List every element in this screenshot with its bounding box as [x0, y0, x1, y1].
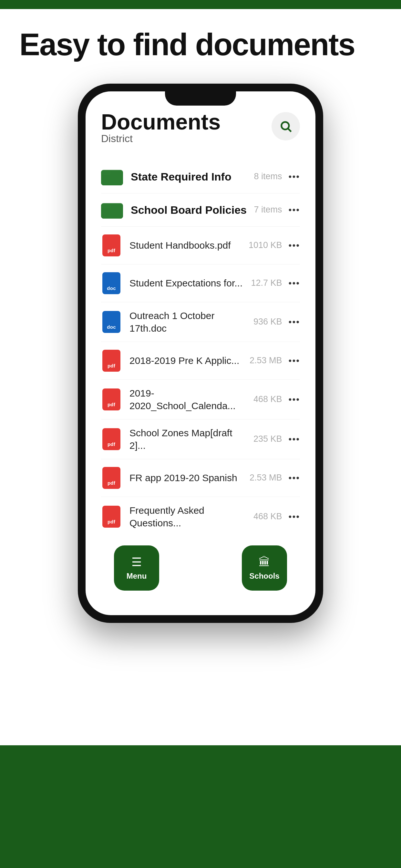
- page-wrapper: Easy to find documents Documents Distric…: [0, 0, 401, 868]
- file-icon: pdf: [101, 428, 122, 451]
- phone-frame: Documents District: [78, 84, 323, 623]
- file-size: 1010 KB: [249, 240, 282, 250]
- title-group: Documents District: [101, 111, 220, 158]
- page-title: Documents: [101, 111, 220, 133]
- file-size: 12.7 KB: [251, 278, 282, 288]
- content-area: Documents District: [0, 74, 401, 868]
- file-icon: pdf: [101, 349, 122, 372]
- list-item[interactable]: doc Outreach 1 October 17th.doc 936 KB •…: [101, 302, 300, 342]
- green-background: [0, 745, 401, 868]
- more-options-button[interactable]: •••: [289, 355, 300, 366]
- svg-line-1: [288, 128, 291, 131]
- folder-icon: [101, 200, 123, 219]
- file-size: 468 KB: [253, 394, 282, 404]
- file-icon: pdf: [101, 505, 122, 528]
- search-icon: [279, 120, 292, 133]
- document-list: State Required Info 8 items ••• School B…: [101, 160, 300, 536]
- file-size: 468 KB: [253, 512, 282, 522]
- phone-notch: [165, 91, 236, 105]
- more-options-button[interactable]: •••: [289, 512, 300, 522]
- file-name: Outreach 1 October 17th.doc: [129, 309, 248, 335]
- documents-header: Documents District: [101, 111, 300, 158]
- phone-screen: Documents District: [86, 91, 315, 615]
- file-icon: pdf: [101, 234, 122, 257]
- folder-name: School Board Policies: [131, 203, 249, 217]
- list-item[interactable]: School Board Policies 7 items •••: [101, 193, 300, 227]
- more-options-button[interactable]: •••: [289, 278, 300, 288]
- file-name: School Zones Map[draft 2]...: [129, 427, 248, 452]
- more-options-button[interactable]: •••: [289, 473, 300, 483]
- svg-rect-4: [101, 170, 123, 185]
- folder-meta: 8 items: [254, 172, 282, 182]
- more-options-button[interactable]: •••: [289, 317, 300, 327]
- list-item[interactable]: State Required Info 8 items •••: [101, 160, 300, 193]
- more-options-button[interactable]: •••: [289, 434, 300, 444]
- file-size: 235 KB: [253, 434, 282, 444]
- file-icon: doc: [101, 310, 122, 334]
- schools-icon: 🏛: [258, 555, 270, 569]
- menu-icon: ☰: [131, 555, 142, 569]
- list-item[interactable]: pdf 2018-2019 Pre K Applic... 2.53 MB ••…: [101, 342, 300, 380]
- folder-icon: [101, 167, 123, 186]
- list-item[interactable]: pdf School Zones Map[draft 2]... 235 KB …: [101, 420, 300, 459]
- hero-section: Easy to find documents: [0, 9, 401, 74]
- top-status-bar: [0, 0, 401, 9]
- menu-label: Menu: [127, 571, 147, 581]
- file-name: Frequently Asked Questions...: [129, 504, 248, 529]
- file-name: Student Expectations for...: [129, 277, 246, 289]
- page-subtitle: District: [101, 133, 220, 145]
- file-name: FR app 2019-20 Spanish: [129, 471, 244, 484]
- more-options-button[interactable]: •••: [289, 205, 300, 215]
- search-button[interactable]: [272, 112, 300, 141]
- file-icon: pdf: [101, 388, 122, 411]
- file-icon: doc: [101, 272, 122, 295]
- svg-rect-7: [101, 203, 123, 219]
- file-size: 936 KB: [253, 317, 282, 327]
- list-item[interactable]: doc Student Expectations for... 12.7 KB …: [101, 265, 300, 302]
- menu-button[interactable]: ☰ Menu: [114, 546, 159, 591]
- file-size: 2.53 MB: [250, 473, 282, 483]
- more-options-button[interactable]: •••: [289, 394, 300, 405]
- file-name: 2018-2019 Pre K Applic...: [129, 354, 244, 367]
- list-item[interactable]: pdf Frequently Asked Questions... 468 KB…: [101, 497, 300, 536]
- schools-button[interactable]: 🏛 Schools: [242, 546, 287, 591]
- list-item[interactable]: pdf 2019-2020_School_Calenda... 468 KB •…: [101, 380, 300, 420]
- file-size: 2.53 MB: [250, 355, 282, 366]
- file-name: 2019-2020_School_Calenda...: [129, 387, 248, 412]
- bottom-navigation: ☰ Menu 🏛 Schools: [101, 536, 300, 600]
- svg-point-0: [281, 122, 289, 129]
- more-options-button[interactable]: •••: [289, 172, 300, 182]
- hero-title: Easy to find documents: [19, 28, 382, 61]
- folder-name: State Required Info: [131, 169, 249, 184]
- more-options-button[interactable]: •••: [289, 240, 300, 251]
- folder-meta: 7 items: [254, 205, 282, 215]
- list-item[interactable]: pdf Student Handbooks.pdf 1010 KB •••: [101, 227, 300, 265]
- list-item[interactable]: pdf FR app 2019-20 Spanish 2.53 MB •••: [101, 459, 300, 497]
- file-name: Student Handbooks.pdf: [129, 239, 243, 252]
- schools-label: Schools: [249, 571, 279, 581]
- file-icon: pdf: [101, 466, 122, 490]
